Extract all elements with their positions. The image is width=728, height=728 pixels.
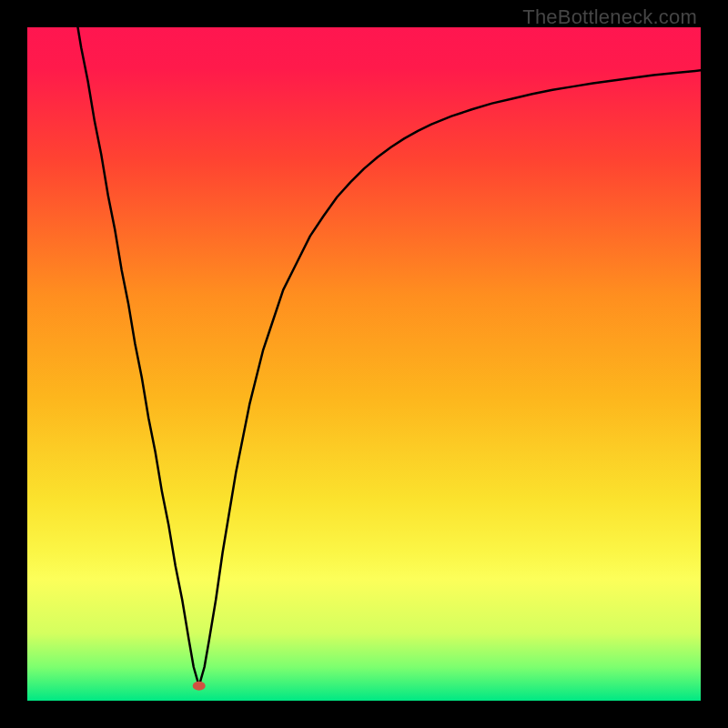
chart-svg — [27, 27, 701, 701]
watermark-text: TheBottleneck.com — [522, 5, 697, 29]
chart-frame — [27, 27, 701, 701]
gradient-background — [27, 27, 701, 701]
curve-minimum-marker — [193, 682, 206, 691]
